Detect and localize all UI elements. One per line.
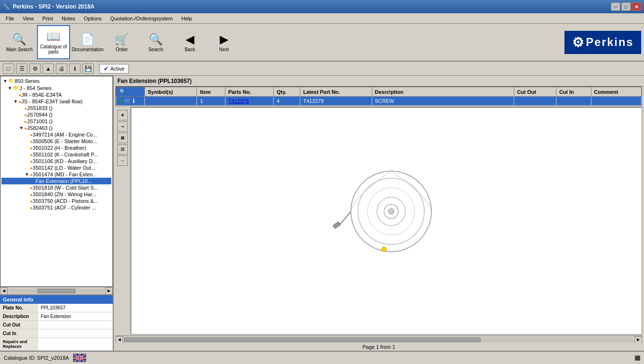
tree-item-3501840[interactable]: ● 3501840 (ZN - Wiring Har...	[1, 191, 111, 198]
restore-button[interactable]: □	[621, 2, 631, 11]
toolbar-icon-7[interactable]: 💾	[82, 64, 94, 74]
col-symbols[interactable]: Symbol(s)	[145, 87, 197, 97]
tree-item-label: 850 Series	[15, 78, 40, 84]
col-cut-out[interactable]: Cut Out	[514, 87, 556, 97]
general-info-header: General info	[0, 295, 113, 304]
documentation-icon: 📄	[80, 33, 95, 46]
tree-item-3497214[interactable]: ● 3497214 (AM - Engine Co...	[1, 131, 111, 138]
statusbar-right: ⬛	[635, 355, 640, 361]
col-qty[interactable]: Qty.	[274, 87, 300, 97]
tree-scroll-thumb[interactable]	[37, 289, 76, 293]
menu-quotation[interactable]: Quotation-/Orderingsystem	[107, 15, 177, 22]
tree-item-label: JS70944 ()	[27, 112, 53, 118]
tree-item-label: 3503750 (ACD - Pistons &...	[33, 198, 98, 204]
title-text: Perkins - SPI2 - Version 2018A	[13, 3, 95, 10]
tree-item-3501102[interactable]: ● 3501102 (K - Crankshaft P...	[1, 151, 111, 158]
tree-scroll-track[interactable]	[9, 289, 104, 293]
info-row-repairs: Repairs and Replaces	[0, 338, 113, 351]
active-check-icon: ✔	[104, 65, 108, 72]
diagram-title-text: Fan Extension (PPL103657)	[117, 78, 192, 84]
row-icon-green[interactable]: ●	[119, 98, 123, 104]
statusbar-left: Catalogue ID: SPI2_v2018A	[4, 354, 86, 362]
toolbar-icon-1[interactable]: □	[3, 64, 14, 74]
toolbar-icon-2[interactable]: ☰	[16, 64, 27, 74]
tree-item-j854[interactable]: ▼ 📁 J - 854 Series	[1, 84, 111, 91]
tree-item-3501142[interactable]: ● 3501142 (LD - Water Out...	[1, 164, 111, 171]
tree-item-3501474[interactable]: ▼ ● 3501474 (MD - Fan Exten...	[1, 171, 111, 178]
order-button[interactable]: 🛒 Order	[105, 25, 138, 59]
scroll-left-button[interactable]: ◀	[0, 287, 8, 295]
diagram-horizontal-scroll[interactable]: ◀ ▶	[116, 336, 642, 343]
col-parts-no[interactable]: Parts No.	[225, 87, 273, 97]
zoom-out-button[interactable]: −	[117, 121, 128, 132]
tree-horizontal-scroll[interactable]: ◀ ▶	[0, 287, 113, 294]
tree-item-js854f[interactable]: ▼ ● JS - 854F-E34T (wall flow)	[1, 98, 111, 105]
minimize-button[interactable]: ─	[611, 2, 620, 11]
main-search-label: Main Search	[6, 47, 33, 52]
row-item: 1	[197, 97, 225, 106]
col-latest-part-no[interactable]: Latest Part No.	[300, 87, 372, 97]
scroll-right-button[interactable]: ▶	[105, 287, 113, 295]
window-controls: ─ □ ✕	[611, 2, 641, 11]
col-cut-in[interactable]: Cut In	[556, 87, 591, 97]
cut-out-value	[38, 321, 113, 329]
table-row[interactable]: ● 🛒 ℹ 1 T412379 4 T412379 SCREW	[116, 97, 642, 106]
tree-item-js51833[interactable]: ● JS51833 ()	[1, 105, 111, 111]
col-item[interactable]: Item	[197, 87, 225, 97]
tree-item-js71001[interactable]: ● JS71001 ()	[1, 118, 111, 125]
titlebar: 🔧 Perkins - SPI2 - Version 2018A ─ □ ✕	[0, 0, 644, 13]
tree-item-js70944[interactable]: ● JS70944 ()	[1, 111, 111, 118]
toolbar-icon-4[interactable]: ▲	[43, 64, 54, 74]
tree-item-jr854[interactable]: ● JR - 854E-E34TA	[1, 91, 111, 98]
row-icon-info[interactable]: ℹ	[133, 98, 135, 104]
tree-item-js82463[interactable]: ▼ ● JS82463 ()	[1, 125, 111, 131]
repairs-value	[38, 338, 113, 350]
catalogue-button[interactable]: 📖 Catalogue of parts	[37, 25, 70, 59]
tree-item-fan-extension[interactable]: Fan Extension (PPL10...	[1, 178, 111, 184]
menu-help[interactable]: Help	[178, 15, 196, 22]
toolbar-icon-5[interactable]: 🖨	[56, 64, 67, 74]
zoom-reset-button[interactable]: ⊡	[117, 144, 128, 155]
main-search-button[interactable]: 🔍 Main Search	[3, 25, 36, 59]
general-info-title: General info	[3, 297, 33, 302]
back-button[interactable]: ◀ Back	[173, 25, 206, 59]
tree-item-3500506[interactable]: ● 3500506 (E - Starter Moto...	[1, 138, 111, 145]
menu-view[interactable]: View	[19, 15, 38, 22]
tree-item-label: J - 854 Series	[19, 85, 52, 91]
row-icon-cart[interactable]: 🛒	[124, 98, 131, 104]
tree-item-label: 3501022 (H - Breather)	[33, 145, 86, 151]
toolbar-icon-3[interactable]: ⚙	[29, 64, 41, 74]
search-button[interactable]: 🔍 Search	[139, 25, 172, 59]
diagram-scroll-thumb[interactable]	[124, 337, 481, 342]
tree-item-850-series[interactable]: ▼ 📁 850 Series	[1, 77, 111, 84]
col-description[interactable]: Description	[372, 87, 514, 97]
diagram-scroll-track[interactable]	[124, 337, 634, 342]
description-label: Description	[0, 312, 38, 320]
documentation-button[interactable]: 📄 Documentation	[71, 25, 104, 59]
next-button[interactable]: ▶ Next	[207, 25, 241, 59]
diagram-scroll-left[interactable]: ◀	[116, 336, 123, 344]
tree-item-3501022[interactable]: ● 3501022 (H - Breather)	[1, 145, 111, 151]
zoom-in-button[interactable]: +	[117, 110, 128, 120]
svg-line-6	[339, 211, 351, 226]
close-button[interactable]: ✕	[632, 2, 641, 11]
diagram-scroll-right[interactable]: ▶	[635, 336, 642, 344]
toolbar-icon-6[interactable]: ℹ	[69, 64, 80, 74]
tree-item-3503751[interactable]: ● 3503751 (ACF - Cylinder ...	[1, 204, 111, 211]
tree-view[interactable]: ▼ 📁 850 Series ▼ 📁 J - 854 Series ● JR -…	[0, 76, 113, 287]
app-icon: 🔧	[3, 3, 10, 10]
info-table: Plate No. PPL103657 Description Fan Exte…	[0, 304, 113, 351]
col-comment[interactable]: Comment	[591, 87, 641, 97]
menu-file[interactable]: File	[2, 15, 18, 22]
zoom-pan-button[interactable]: ↔	[117, 155, 128, 166]
tree-item-3503750[interactable]: ● 3503750 (ACD - Pistons &...	[1, 198, 111, 204]
menu-print[interactable]: Print	[38, 15, 57, 22]
zoom-fit-button[interactable]: ⊞	[117, 133, 128, 143]
menu-options[interactable]: Options	[80, 15, 106, 22]
diagram-area[interactable]	[131, 107, 642, 335]
order-label: Order	[116, 47, 128, 52]
description-value: Fan Extension	[38, 312, 113, 320]
menu-notes[interactable]: Notes	[58, 15, 79, 22]
tree-item-3501106[interactable]: ● 3501106 (KD - Auxiliary D...	[1, 158, 111, 164]
tree-item-3501818[interactable]: ● 3501818 (W - Cold Start S...	[1, 184, 111, 191]
